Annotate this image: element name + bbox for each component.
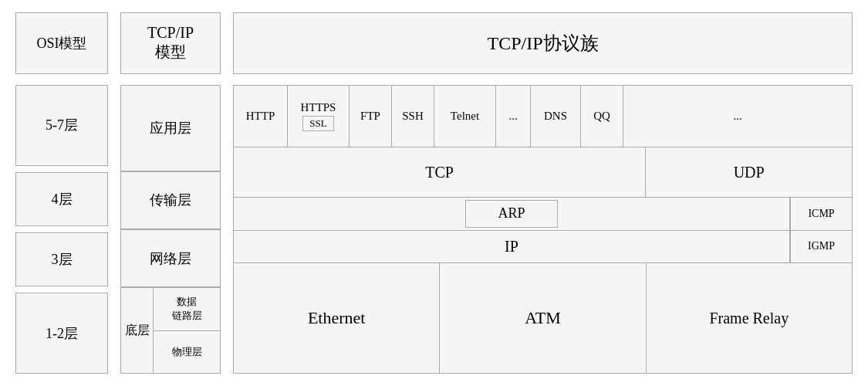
dns-cell: DNS [531, 86, 581, 147]
diagram: OSI模型 TCP/IP 模型 TCP/IP协议族 5-7层 4层 3层 [0, 0, 868, 386]
tcpip-transport-layer: 传输层 [120, 171, 221, 229]
osi-header: OSI模型 [15, 12, 108, 74]
osi-layer-1-2: 1-2层 [15, 293, 108, 374]
osi-layers: 5-7层 4层 3层 1-2层 [15, 85, 108, 374]
link-protocol-row: Ethernet ATM Frame Relay [234, 263, 852, 373]
telnet-cell: Telnet [434, 86, 496, 147]
arp-cell: ARP [465, 200, 558, 228]
tcpip-model-header: TCP/IP 模型 [120, 12, 221, 74]
tcpip-suite-header: TCP/IP协议族 [233, 12, 853, 74]
tcpip-model-header-label: TCP/IP 模型 [147, 24, 194, 63]
ip-cell: IP [234, 231, 789, 263]
ssl-box: SSL [302, 116, 333, 131]
igmp-cell: IGMP [791, 231, 852, 263]
osi-layer-3: 3层 [15, 232, 108, 286]
atm-cell: ATM [440, 263, 646, 373]
osi-header-label: OSI模型 [36, 34, 86, 52]
protocol-suite-area: HTTP HTTPS SSL FTP SSH T [233, 85, 853, 374]
tcpip-suite-header-label: TCP/IP协议族 [487, 31, 598, 56]
frame-relay-cell: Frame Relay [647, 263, 852, 373]
icmp-igmp-area: ICMP IGMP [790, 198, 852, 262]
http-cell: HTTP [234, 86, 288, 147]
ssh-cell: SSH [392, 86, 434, 147]
app-protocol-row: HTTP HTTPS SSL FTP SSH T [234, 86, 852, 147]
udp-cell: UDP [646, 147, 852, 197]
tcp-cell: TCP [234, 147, 646, 197]
transport-protocol-row: TCP UDP [234, 147, 852, 198]
ellipsis2-cell: ... [623, 86, 852, 147]
ellipsis1-cell: ... [496, 86, 531, 147]
ftp-cell: FTP [350, 86, 392, 147]
qq-cell: QQ [581, 86, 623, 147]
icmp-cell: ICMP [791, 198, 852, 231]
tcpip-network-layer: 网络层 [120, 229, 221, 287]
tcpip-model-layers: 应用层 传输层 网络层 底层 数据 链路层 [120, 85, 221, 374]
network-protocol-row: ARP IP ICMP IGMP [234, 198, 852, 263]
tcpip-bottom-layer: 底层 数据 链路层 物理层 [120, 287, 221, 374]
osi-layer-4: 4层 [15, 172, 108, 226]
https-cell: HTTPS SSL [288, 86, 350, 147]
ethernet-cell: Ethernet [234, 263, 440, 373]
tcpip-app-layer: 应用层 [120, 85, 221, 171]
osi-layer-5-7: 5-7层 [15, 85, 108, 166]
